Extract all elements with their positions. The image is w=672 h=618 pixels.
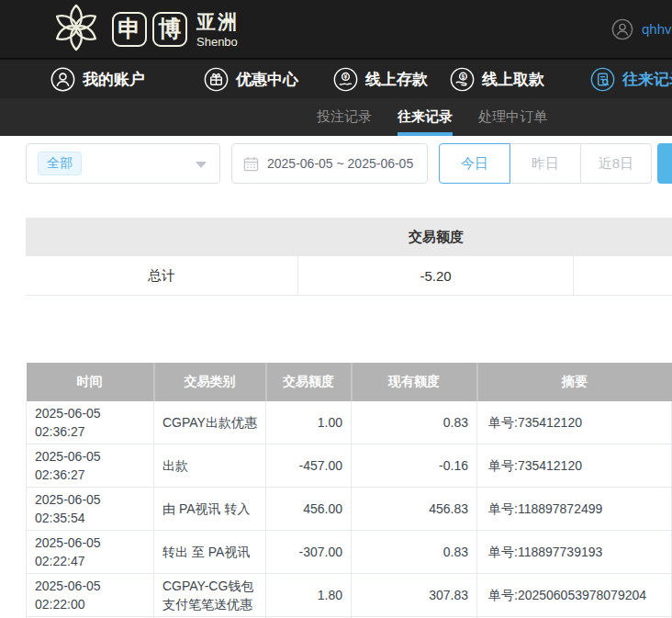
type-select[interactable]: 全部 (26, 143, 220, 184)
nav-item-label: 线上取款 (482, 69, 544, 90)
column-header-amount: 交易额度 (266, 363, 352, 401)
transaction-records-table: 时间 交易类别 交易额度 现有额度 摘要 2025-06-05 02:36:27… (26, 363, 672, 618)
table-row: 2025-06-05 02:22:47 转出 至 PA视讯 -307.00 0.… (27, 531, 672, 574)
cell-time: 2025-06-05 02:36:27 (27, 401, 154, 444)
cell-balance: 307.83 (352, 574, 477, 617)
table-row: 2025-06-05 02:22:00 CGPAY-CG钱包支付笔笔送优惠 1.… (27, 574, 672, 617)
cell-amount: 456.00 (266, 488, 352, 531)
column-header-summary: 摘要 (477, 363, 672, 401)
cell-balance: 0.83 (352, 401, 477, 444)
cell-type: 由 PA视讯 转入 (154, 488, 266, 531)
cell-time: 2025-06-05 02:35:54 (27, 488, 154, 531)
record-tabs: 投注记录 往来记录 处理中订单 (317, 98, 547, 136)
nav-item-label: 我的账户 (83, 69, 145, 90)
gift-icon (204, 67, 229, 92)
today-button[interactable]: 今日 (439, 143, 510, 184)
last-8-days-button[interactable]: 近8日 (580, 143, 652, 184)
cell-type: CGPAY出款优惠 (154, 401, 266, 444)
cell-summary: 单号:735412120 (477, 401, 672, 444)
cell-summary: 单号:202506053978079204 (477, 574, 672, 617)
logo-char-bo: 博 (152, 12, 187, 47)
svg-text:$: $ (462, 73, 465, 80)
user-account-area[interactable]: qhhv (611, 0, 672, 58)
cell-time: 2025-06-05 02:22:00 (27, 574, 154, 617)
records-icon (590, 67, 615, 92)
nav-item-transaction-records[interactable]: 往来记录 (590, 60, 672, 98)
cell-time: 2025-06-05 02:36:27 (27, 444, 154, 488)
search-button[interactable] (657, 143, 672, 184)
cell-type: 出款 (154, 444, 266, 488)
calendar-icon (243, 156, 259, 172)
summary-header-row: 交易额度 (26, 218, 672, 256)
summary-total-value: -5.20 (298, 256, 574, 295)
flower-logo-icon (48, 2, 105, 57)
svg-text:¥: ¥ (344, 73, 348, 79)
chevron-down-icon (196, 162, 207, 168)
tab-transaction-records[interactable]: 往来记录 (398, 98, 453, 136)
tab-betting-records[interactable]: 投注记录 (317, 98, 372, 136)
cell-balance: 0.83 (352, 531, 477, 574)
nav-item-label: 优惠中心 (236, 69, 298, 90)
nav-item-my-account[interactable]: 我的账户 (50, 60, 145, 98)
cell-summary: 单号:118897739193 (477, 531, 672, 574)
summary-table: 交易额度 总计 -5.20 (26, 218, 672, 296)
nav-item-label: 往来记录 (622, 69, 672, 90)
nav-item-deposit[interactable]: ¥ 线上存款 (333, 60, 428, 98)
user-avatar-icon (611, 18, 633, 40)
nav-item-label: 线上存款 (365, 69, 428, 90)
user-icon (50, 67, 75, 92)
deposit-icon: ¥ (333, 67, 358, 92)
summary-total-empty (574, 256, 672, 295)
filter-toolbar: 全部 2025-06-05 ~ 2025-06-05 今日 昨日 近8日 (26, 143, 672, 184)
summary-total-row: 总计 -5.20 (26, 256, 672, 296)
brand-logo[interactable]: 申 博 亚洲 Shenbo (48, 2, 239, 57)
type-select-value: 全部 (38, 152, 82, 175)
cell-amount: 1.80 (266, 574, 352, 617)
table-row: 2025-06-05 02:36:27 出款 -457.00 -0.16 单号:… (27, 444, 672, 488)
summary-total-label: 总计 (26, 256, 298, 295)
cell-balance: 456.83 (352, 488, 477, 531)
top-header-bar: 申 博 亚洲 Shenbo qhhv (0, 0, 672, 58)
quick-date-button-group: 今日 昨日 近8日 (439, 143, 652, 184)
column-header-time: 时间 (27, 363, 154, 401)
tab-pending-orders[interactable]: 处理中订单 (478, 98, 547, 136)
cell-summary: 单号:118897872499 (477, 488, 672, 531)
column-header-type: 交易类别 (154, 363, 266, 401)
date-range-input[interactable]: 2025-06-05 ~ 2025-06-05 (231, 143, 428, 184)
main-navigation-bar: 我的账户 优惠中心 ¥ 线上存款 (0, 58, 672, 98)
yesterday-button[interactable]: 昨日 (510, 143, 581, 184)
cell-summary: 单号:735412120 (477, 444, 672, 488)
cell-type: CGPAY-CG钱包支付笔笔送优惠 (154, 574, 266, 617)
cell-balance: -0.16 (352, 444, 477, 488)
cell-time: 2025-06-05 02:22:47 (27, 531, 154, 574)
nav-item-withdraw[interactable]: $ 线上取款 (450, 60, 544, 98)
column-header-balance: 现有额度 (352, 363, 477, 401)
logo-subtitle-text: Shenbo (196, 35, 239, 49)
username-text: qhhv (642, 21, 672, 37)
withdraw-icon: $ (450, 67, 475, 92)
summary-header-amount: 交易额度 (298, 229, 574, 246)
cell-amount: -457.00 (266, 444, 352, 488)
logo-region-text: 亚洲 (196, 9, 239, 35)
nav-item-promotions[interactable]: 优惠中心 (204, 60, 298, 98)
cell-amount: -307.00 (266, 531, 352, 574)
date-range-value: 2025-06-05 ~ 2025-06-05 (267, 156, 413, 171)
table-row: 2025-06-05 02:36:27 CGPAY出款优惠 1.00 0.83 … (27, 401, 672, 444)
table-row: 2025-06-05 02:35:54 由 PA视讯 转入 456.00 456… (27, 488, 672, 531)
sub-navigation-bar: 投注记录 往来记录 处理中订单 (0, 98, 672, 136)
cell-type: 转出 至 PA视讯 (154, 531, 266, 574)
logo-char-shen: 申 (112, 12, 147, 47)
cell-amount: 1.00 (266, 401, 352, 444)
table-header-row: 时间 交易类别 交易额度 现有额度 摘要 (27, 363, 672, 401)
